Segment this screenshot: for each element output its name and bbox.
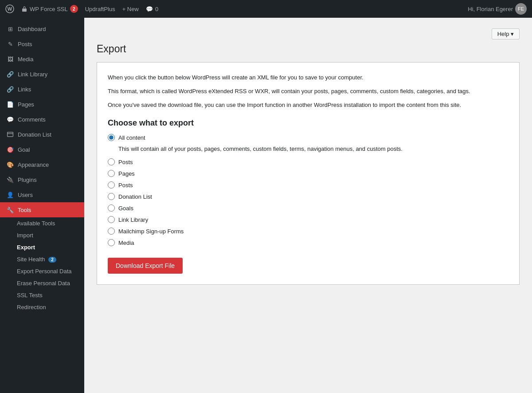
admin-bar-comments[interactable]: 💬 0 — [146, 6, 158, 12]
intro-text-3: Once you've saved the download file, you… — [108, 101, 509, 110]
sidebar-item-comments[interactable]: 💬 Comments — [0, 112, 84, 127]
users-icon: 👤 — [6, 191, 14, 199]
export-option-goals[interactable]: Goals — [108, 204, 509, 212]
svg-rect-3 — [8, 132, 13, 137]
all-content-label[interactable]: All content — [108, 134, 509, 141]
sidebar-item-users[interactable]: 👤 Users — [0, 187, 84, 202]
submenu-export-personal-data[interactable]: Export Personal Data — [0, 265, 84, 277]
admin-bar-new[interactable]: + New — [122, 6, 139, 12]
choose-title: Choose what to export — [108, 118, 509, 128]
posts2-radio[interactable] — [108, 181, 115, 189]
ssl-badge: 2 — [70, 5, 78, 13]
help-button[interactable]: Help ▾ — [492, 28, 520, 39]
submenu-redirection[interactable]: Redirection — [0, 301, 84, 313]
download-export-button[interactable]: Download Export File — [108, 258, 183, 274]
site-health-badge: 2 — [48, 257, 56, 263]
sidebar-item-appearance[interactable]: 🎨 Appearance — [0, 157, 84, 172]
pages-icon: 📄 — [6, 100, 14, 108]
donation-icon — [6, 130, 14, 138]
submenu-ssl-tests[interactable]: SSL Tests — [0, 289, 84, 301]
admin-bar-user[interactable]: Hi, Florian Egerer FE — [468, 3, 527, 15]
admin-bar: W WP Force SSL 2 UpdraftPlus + New 💬 0 H… — [0, 0, 532, 18]
comments-icon: 💬 — [6, 115, 14, 123]
submenu-available-tools[interactable]: Available Tools — [0, 217, 84, 229]
admin-bar-updraft[interactable]: UpdraftPlus — [85, 6, 115, 12]
pages-radio[interactable] — [108, 170, 115, 177]
wp-logo[interactable]: W — [5, 4, 14, 13]
export-option-donation-list[interactable]: Donation List — [108, 193, 509, 200]
plugins-icon: 🔌 — [6, 176, 14, 184]
export-option-posts[interactable]: Posts — [108, 158, 509, 165]
tools-submenu: Available Tools Import Export Site Healt… — [0, 217, 84, 313]
all-content-option: All content This will contain all of you… — [108, 134, 509, 152]
sidebar-item-pages[interactable]: 📄 Pages — [0, 97, 84, 112]
tools-icon: 🔧 — [6, 206, 14, 214]
link-library-icon: 🔗 — [6, 70, 14, 78]
export-option-link-library[interactable]: Link Library — [108, 216, 509, 223]
sidebar-item-tools[interactable]: 🔧 Tools — [0, 202, 84, 217]
posts-radio[interactable] — [108, 158, 115, 165]
export-option-pages[interactable]: Pages — [108, 170, 509, 177]
dashboard-icon: ⊞ — [6, 25, 14, 33]
export-type-options: Posts Pages Posts Donation List Goals — [108, 158, 509, 246]
svg-text:W: W — [8, 6, 12, 12]
submenu-export[interactable]: Export — [0, 241, 84, 253]
submenu-import[interactable]: Import — [0, 229, 84, 241]
links-icon: 🔗 — [6, 85, 14, 93]
export-card: When you click the button below WordPres… — [97, 62, 520, 285]
intro-text-1: When you click the button below WordPres… — [108, 73, 509, 83]
sidebar-item-dashboard[interactable]: ⊞ Dashboard — [0, 21, 84, 36]
submenu-site-health[interactable]: Site Health 2 — [0, 253, 84, 265]
sidebar-item-plugins[interactable]: 🔌 Plugins — [0, 172, 84, 187]
main-content: Help ▾ Export When you click the button … — [84, 18, 532, 393]
media-icon: 🖼 — [6, 55, 14, 63]
goals-radio[interactable] — [108, 204, 115, 212]
all-content-radio[interactable] — [108, 134, 115, 141]
all-content-desc: This will contain all of your posts, pag… — [118, 145, 509, 152]
user-avatar: FE — [515, 3, 527, 15]
export-option-media[interactable]: Media — [108, 239, 509, 246]
sidebar-item-link-library[interactable]: 🔗 Link Library — [0, 67, 84, 82]
sidebar-item-media[interactable]: 🖼 Media — [0, 51, 84, 67]
sidebar-item-links[interactable]: 🔗 Links — [0, 82, 84, 97]
admin-bar-ssl[interactable]: WP Force SSL 2 — [21, 5, 78, 13]
media-radio[interactable] — [108, 239, 115, 246]
submenu-erase-personal-data[interactable]: Erase Personal Data — [0, 277, 84, 289]
goal-icon: 🎯 — [6, 145, 14, 153]
page-title: Export — [97, 43, 520, 55]
intro-text-2: This format, which is called WordPress e… — [108, 87, 509, 96]
appearance-icon: 🎨 — [6, 161, 14, 169]
mailchimp-radio[interactable] — [108, 228, 115, 235]
export-option-posts2[interactable]: Posts — [108, 181, 509, 189]
sidebar-item-donation-list[interactable]: Donation List — [0, 127, 84, 142]
posts-icon: ✎ — [6, 40, 14, 48]
donation-list-radio[interactable] — [108, 193, 115, 200]
link-library-radio[interactable] — [108, 216, 115, 223]
svg-rect-2 — [22, 8, 27, 12]
sidebar: ⊞ Dashboard ✎ Posts 🖼 Media 🔗 Link Libra… — [0, 18, 84, 393]
sidebar-item-goal[interactable]: 🎯 Goal — [0, 142, 84, 157]
export-option-mailchimp[interactable]: Mailchimp Sign-up Forms — [108, 228, 509, 235]
sidebar-item-posts[interactable]: ✎ Posts — [0, 36, 84, 51]
